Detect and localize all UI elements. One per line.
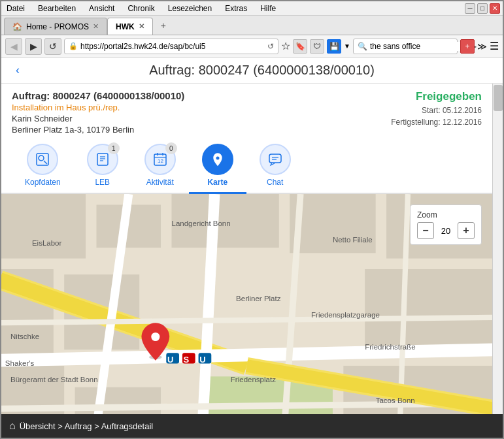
url-reload-icon[interactable]: ↺ bbox=[267, 42, 274, 51]
svg-text:Berliner Platz: Berliner Platz bbox=[236, 295, 281, 302]
svg-rect-3 bbox=[97, 154, 108, 165]
svg-text:Bürgeramt der Stadt Bonn: Bürgeramt der Stadt Bonn bbox=[10, 376, 98, 383]
chat-label: Chat bbox=[267, 178, 283, 187]
tab-new-button[interactable]: + bbox=[156, 18, 171, 33]
back-button[interactable]: ‹ bbox=[12, 63, 24, 77]
svg-rect-13 bbox=[269, 154, 281, 163]
order-info: Auftrag: 8000247 (6400000138/00010) Inst… bbox=[1, 84, 492, 137]
chat-icon bbox=[268, 152, 282, 167]
bottom-nav: ⌂ Übersicht > Auftrag > Auftragsdetail bbox=[1, 414, 503, 438]
svg-text:U: U bbox=[167, 355, 173, 365]
nav-forward-button[interactable]: ▶ bbox=[25, 38, 42, 55]
bookmark-icon[interactable]: 🔖 bbox=[293, 39, 307, 54]
zoom-control: Zoom − 20 + bbox=[410, 204, 482, 245]
svg-text:Landgericht Bonn: Landgericht Bonn bbox=[171, 220, 230, 227]
tab-home-close[interactable]: ✕ bbox=[93, 22, 99, 31]
breadcrumb: Übersicht > Auftrag > Auftragsdetail bbox=[20, 421, 154, 431]
svg-text:Friedensplatzgarage: Friedensplatzgarage bbox=[311, 311, 380, 319]
nav-back-button[interactable]: ◀ bbox=[5, 38, 22, 55]
tab-kopfdaten[interactable]: Kopfdaten bbox=[12, 141, 74, 193]
aktivitat-badge: 0 bbox=[165, 142, 177, 154]
zoom-label: Zoom bbox=[417, 210, 475, 220]
menu-hilfe[interactable]: Hilfe bbox=[258, 3, 278, 14]
home-icon[interactable]: ⌂ bbox=[9, 420, 16, 432]
svg-text:EisLabor: EisLabor bbox=[32, 239, 62, 247]
save-icon[interactable]: 💾 bbox=[327, 39, 341, 54]
svg-text:Friedensplatz: Friedensplatz bbox=[231, 376, 276, 383]
scrollbar-thumb[interactable] bbox=[494, 85, 503, 111]
shield-icon[interactable]: 🛡 bbox=[310, 39, 324, 54]
tab-home-icon: 🏠 bbox=[12, 22, 22, 31]
window-minimize[interactable]: ─ bbox=[465, 3, 475, 14]
svg-text:12: 12 bbox=[158, 158, 163, 164]
menu-ansicht[interactable]: Ansicht bbox=[86, 3, 117, 14]
tab-bar: 🏠 Home - PROMOS ✕ HWK ✕ + bbox=[1, 16, 503, 35]
tab-leb[interactable]: 1 LEB bbox=[74, 141, 131, 193]
fertigstellung-date-value: 12.12.2016 bbox=[443, 118, 482, 127]
menu-extras[interactable]: Extras bbox=[222, 3, 250, 14]
tab-chat[interactable]: Chat bbox=[246, 141, 304, 193]
more-icon[interactable]: ≫ bbox=[477, 41, 487, 52]
search-input[interactable] bbox=[370, 42, 468, 51]
star-icon[interactable]: ☆ bbox=[281, 40, 290, 52]
zoom-minus-button[interactable]: − bbox=[417, 222, 434, 239]
fertigstellung-date: Fertigstellung: 12.12.2016 bbox=[391, 118, 482, 127]
zoom-plus-button[interactable]: + bbox=[458, 222, 475, 239]
save-dropdown[interactable]: ▼ bbox=[344, 42, 350, 50]
browser-content: ‹ Auftrag: 8000247 (6400000138/00010) Au… bbox=[1, 57, 503, 438]
svg-point-12 bbox=[216, 157, 219, 160]
order-description: Installation im Haus prü./rep. bbox=[12, 103, 184, 112]
menu-bar: Datei Bearbeiten Ansicht Chronik Lesezei… bbox=[1, 1, 503, 16]
search-bar[interactable]: 🔍 ▶ bbox=[353, 39, 458, 54]
chat-icon-circle bbox=[260, 144, 291, 175]
window-close[interactable]: ✕ bbox=[490, 3, 500, 14]
menu-chronik[interactable]: Chronik bbox=[125, 3, 157, 14]
start-date: Start: 05.12.2016 bbox=[391, 106, 482, 115]
tab-karte[interactable]: Karte bbox=[189, 141, 246, 194]
kopfdaten-icon-circle bbox=[27, 144, 58, 175]
lock-icon: 🔒 bbox=[69, 42, 78, 50]
url-input[interactable] bbox=[80, 42, 265, 51]
toolbar-icons: + ≫ ☰ bbox=[460, 39, 499, 54]
fertigstellung-label: Fertigstellung: bbox=[391, 118, 440, 127]
svg-text:Nitschke: Nitschke bbox=[10, 333, 39, 340]
kopfdaten-label: Kopfdaten bbox=[25, 178, 61, 187]
menu-bearbeiten[interactable]: Bearbeiten bbox=[35, 3, 78, 14]
leb-icon-circle: 1 bbox=[87, 144, 118, 175]
leb-badge: 1 bbox=[108, 142, 120, 154]
karte-icon bbox=[210, 152, 225, 167]
scrollbar-track bbox=[492, 84, 503, 414]
tab-aktivitat[interactable]: 12 0 Aktivität bbox=[131, 141, 189, 193]
url-bar[interactable]: 🔒 ↺ bbox=[64, 39, 278, 54]
tab-home-label: Home - PROMOS bbox=[26, 22, 89, 31]
scroll-content: Auftrag: 8000247 (6400000138/00010) Inst… bbox=[1, 84, 492, 414]
menu-lesezeichen[interactable]: Lesezeichen bbox=[165, 3, 214, 14]
content-area: Auftrag: 8000247 (6400000138/00010) Inst… bbox=[1, 84, 503, 414]
start-date-value: 05.12.2016 bbox=[443, 106, 482, 115]
menu-datei[interactable]: Datei bbox=[4, 3, 27, 14]
zoom-value: 20 bbox=[438, 226, 454, 236]
leb-icon bbox=[95, 152, 110, 167]
tab-home-promos[interactable]: 🏠 Home - PROMOS ✕ bbox=[4, 18, 107, 35]
svg-text:Shaker's: Shaker's bbox=[5, 359, 35, 367]
start-label: Start: bbox=[422, 106, 441, 115]
nav-reload-button[interactable]: ↺ bbox=[44, 38, 61, 55]
leb-label: LEB bbox=[95, 178, 110, 187]
zoom-row: − 20 + bbox=[417, 222, 475, 239]
svg-line-2 bbox=[44, 161, 47, 164]
order-name: Karin Schneider bbox=[12, 114, 184, 123]
svg-rect-24 bbox=[365, 269, 492, 355]
tab-hwk-close[interactable]: ✕ bbox=[139, 22, 144, 31]
svg-text:Tacos Bonn: Tacos Bonn bbox=[376, 397, 415, 404]
addon-icon[interactable]: + bbox=[460, 39, 475, 54]
map-area[interactable]: EisLabor Landgericht Bonn Netto Filiale … bbox=[1, 194, 492, 414]
window-maximize[interactable]: □ bbox=[477, 3, 488, 14]
svg-text:Netto Filiale: Netto Filiale bbox=[333, 236, 373, 244]
order-left: Auftrag: 8000247 (6400000138/00010) Inst… bbox=[12, 90, 184, 135]
svg-text:S: S bbox=[184, 355, 190, 365]
menu-icon[interactable]: ☰ bbox=[490, 40, 499, 52]
karte-label: Karte bbox=[207, 178, 227, 187]
tab-hwk[interactable]: HWK ✕ bbox=[107, 18, 153, 35]
kopfdaten-icon bbox=[35, 152, 50, 167]
navigation-tabs: Kopfdaten 1 LEB bbox=[1, 137, 492, 194]
